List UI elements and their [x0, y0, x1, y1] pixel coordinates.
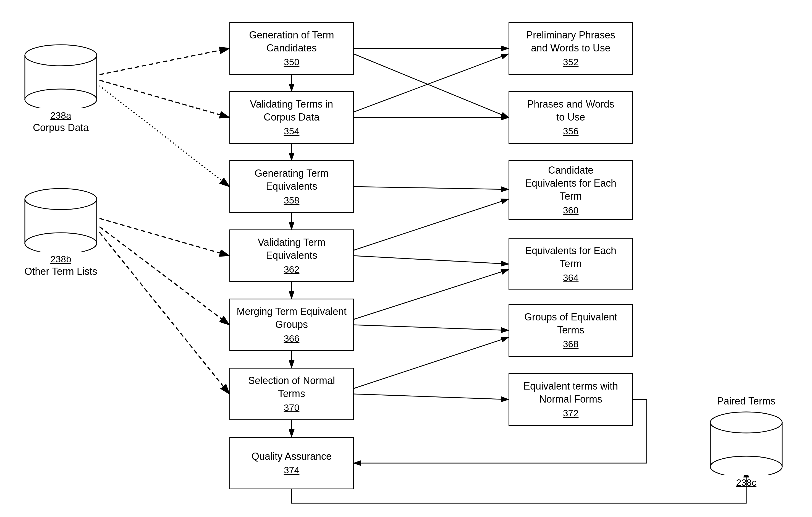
box-372-ref: 372	[563, 407, 579, 419]
cylinder-238b-ref: 238b	[22, 254, 99, 265]
box-372-text: Equivalent terms withNormal Forms	[523, 380, 618, 406]
box-356-ref: 356	[563, 125, 579, 137]
box-354: Validating Terms inCorpus Data 354	[229, 91, 354, 144]
box-350-text: Generation of TermCandidates	[249, 29, 334, 55]
svg-line-14	[354, 256, 509, 264]
box-374-text: Quality Assurance	[252, 450, 332, 463]
box-374-ref: 374	[284, 464, 299, 476]
svg-point-32	[710, 412, 782, 433]
box-352: Preliminary Phrasesand Words to Use 352	[509, 22, 633, 75]
box-370-ref: 370	[284, 401, 299, 413]
svg-line-4	[99, 86, 229, 186]
box-360-ref: 360	[563, 204, 579, 216]
box-364-ref: 364	[563, 271, 579, 284]
box-360: CandidateEquivalents for EachTerm 360	[509, 160, 633, 220]
box-370-text: Selection of NormalTerms	[248, 374, 335, 400]
box-368: Groups of EquivalentTerms 368	[509, 304, 633, 357]
box-360-text: CandidateEquivalents for EachTerm	[525, 164, 616, 203]
box-358: Generating TermEquivalents 358	[229, 160, 354, 213]
box-368-text: Groups of EquivalentTerms	[524, 311, 617, 337]
box-362: Validating TermEquivalents 362	[229, 229, 354, 282]
box-354-text: Validating Terms inCorpus Data	[250, 98, 333, 124]
box-362-text: Validating TermEquivalents	[258, 236, 325, 262]
box-366: Merging Term EquivalentGroups 366	[229, 298, 354, 351]
cylinder-238a-label: Corpus Data	[22, 122, 99, 134]
box-356-text: Phrases and Wordsto Use	[527, 98, 614, 124]
svg-line-2	[99, 48, 229, 75]
connections-svg	[0, 0, 812, 517]
svg-line-16	[354, 325, 509, 331]
box-358-ref: 358	[284, 194, 299, 206]
svg-line-7	[99, 232, 229, 394]
svg-line-12	[354, 186, 509, 190]
svg-line-18	[354, 394, 509, 400]
box-350: Generation of TermCandidates 350	[229, 22, 354, 75]
cylinder-238c: Paired Terms 238c	[707, 395, 785, 488]
svg-line-5	[99, 219, 229, 256]
svg-line-6	[99, 227, 229, 325]
box-358-text: Generating TermEquivalents	[255, 167, 328, 193]
svg-point-26	[25, 45, 97, 66]
svg-line-3	[99, 80, 229, 117]
box-366-ref: 366	[284, 332, 299, 344]
box-352-ref: 352	[563, 56, 579, 68]
svg-line-15	[354, 269, 509, 319]
box-366-text: Merging Term EquivalentGroups	[237, 305, 347, 331]
diagram-container: 238a Corpus Data 238b Other Term Lists P…	[0, 0, 812, 517]
svg-line-10	[354, 54, 509, 112]
cylinder-238b: 238b Other Term Lists	[22, 185, 99, 277]
box-364-text: Equivalents for EachTerm	[525, 245, 616, 270]
svg-point-27	[25, 89, 97, 108]
box-356: Phrases and Wordsto Use 356	[509, 91, 633, 144]
svg-line-13	[354, 199, 509, 250]
svg-point-33	[710, 456, 782, 475]
box-368-ref: 368	[563, 338, 579, 350]
svg-line-17	[354, 337, 509, 389]
cylinder-238a: 238a Corpus Data	[22, 41, 99, 134]
box-370: Selection of NormalTerms 370	[229, 368, 354, 420]
box-350-ref: 350	[284, 56, 299, 68]
cylinder-238a-ref: 238a	[22, 110, 99, 121]
cylinder-238c-ref: 238c	[707, 477, 785, 488]
svg-point-29	[25, 189, 97, 209]
svg-point-30	[25, 233, 97, 252]
cylinder-238b-label: Other Term Lists	[22, 266, 99, 277]
box-374: Quality Assurance 374	[229, 437, 354, 489]
cylinder-238c-title: Paired Terms	[707, 395, 785, 407]
box-362-ref: 362	[284, 263, 299, 276]
box-354-ref: 354	[284, 125, 299, 137]
svg-line-9	[354, 54, 509, 117]
box-364: Equivalents for EachTerm 364	[509, 238, 633, 290]
box-372: Equivalent terms withNormal Forms 372	[509, 373, 633, 426]
box-352-text: Preliminary Phrasesand Words to Use	[526, 29, 615, 55]
